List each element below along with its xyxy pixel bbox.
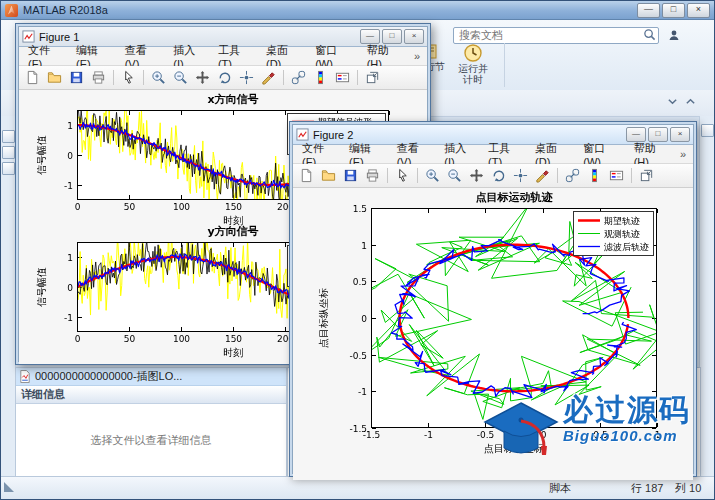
new-doc-icon [299, 168, 314, 183]
rotate-3d-icon [217, 70, 232, 85]
toolbar-separator [417, 168, 418, 183]
cursor-icon [395, 168, 410, 183]
open-folder-icon [47, 70, 62, 85]
zoom-out-button[interactable] [170, 68, 191, 88]
ribbon-collapse-button[interactable] [685, 96, 696, 109]
datacursor-button[interactable] [510, 166, 531, 186]
ribbon-separator [504, 43, 505, 87]
dock-figure-icon [365, 70, 380, 85]
zoom-out-button[interactable] [444, 166, 465, 186]
toolbar-separator [387, 168, 388, 183]
details-panel-header[interactable]: 详细信息 [16, 386, 286, 404]
watermark-name: 必过源码 [563, 393, 691, 427]
search-input[interactable] [453, 27, 659, 44]
rotate-3d-button[interactable] [214, 68, 235, 88]
link-plots-button[interactable] [562, 166, 583, 186]
zoom-out-icon [173, 70, 188, 85]
figure1-toolbar [19, 66, 427, 90]
panel-tab-icon[interactable] [2, 130, 15, 143]
print-icon [365, 168, 380, 183]
brush-icon [535, 168, 550, 183]
watermark-domain: Biguo100.com [563, 427, 691, 444]
colorbar-button[interactable] [584, 166, 605, 186]
current-folder-panel: 0000000000000000-插图LO... 详细信息 选择文件以查看详细信… [15, 367, 287, 479]
legend-button[interactable] [332, 68, 353, 88]
menu-overflow-chevron[interactable]: » [409, 50, 425, 62]
status-line: 行 187 [631, 481, 663, 496]
zoom-out-icon [447, 168, 462, 183]
user-account-icon[interactable] [668, 27, 680, 45]
status-mode: 脚本 [549, 481, 571, 496]
open-folder-button[interactable] [44, 68, 65, 88]
save-icon [343, 168, 358, 183]
file-icon [19, 370, 31, 383]
save-button[interactable] [66, 68, 87, 88]
brush-button[interactable] [532, 166, 553, 186]
dropdown-chevron-icon[interactable] [667, 96, 678, 109]
dock-figure-button[interactable] [362, 68, 383, 88]
status-column: 列 10 [675, 481, 701, 496]
left-panel-strip [1, 116, 16, 479]
new-doc-button[interactable] [22, 68, 43, 88]
rotate-3d-button[interactable] [488, 166, 509, 186]
brush-icon [261, 70, 276, 85]
brush-button[interactable] [258, 68, 279, 88]
datacursor-button[interactable] [236, 68, 257, 88]
datacursor-icon [239, 70, 254, 85]
zoom-in-icon [425, 168, 440, 183]
menu-overflow-chevron[interactable]: » [675, 148, 691, 160]
figure1-menubar: 文件(F)编辑(E)查看(V)插入(I)工具(T)桌面(D)窗口(W)帮助(H)… [19, 47, 427, 66]
maximize-button[interactable]: □ [662, 3, 685, 18]
print-button[interactable] [88, 68, 109, 88]
dock-figure-button[interactable] [636, 166, 657, 186]
toolbar-separator [557, 168, 558, 183]
cursor-button[interactable] [392, 166, 413, 186]
toolbar-separator [143, 70, 144, 85]
save-button[interactable] [340, 166, 361, 186]
datacursor-icon [513, 168, 528, 183]
figure2-toolbar [293, 164, 693, 188]
main-titlebar[interactable]: MATLAB R2018a — □ × [1, 1, 714, 20]
legend-icon [335, 70, 350, 85]
legend-icon [609, 168, 624, 183]
toolbar-separator [283, 70, 284, 85]
main-window-title: MATLAB R2018a [23, 4, 108, 16]
details-placeholder-text: 选择文件以查看详细信息 [16, 404, 286, 476]
selected-file-name: 0000000000000000-插图LO... [35, 369, 182, 384]
open-folder-button[interactable] [318, 166, 339, 186]
pan-icon [195, 70, 210, 85]
run-and-time-button[interactable]: 运行并 计时 [448, 43, 498, 88]
cursor-button[interactable] [118, 68, 139, 88]
close-button[interactable]: × [687, 3, 710, 18]
watermark-logo: 必过源码 Biguo100.com [481, 393, 705, 477]
figure2-menubar: 文件(F)编辑(E)查看(V)插入(I)工具(T)桌面(D)窗口(W)帮助(H)… [293, 145, 693, 164]
selected-file-row[interactable]: 0000000000000000-插图LO... [16, 368, 286, 386]
colorbar-icon [313, 70, 328, 85]
dock-figure-icon [639, 168, 654, 183]
cursor-icon [121, 70, 136, 85]
minimize-button[interactable]: — [637, 3, 660, 18]
save-icon [69, 70, 84, 85]
panel-tab-icon[interactable] [2, 162, 15, 175]
rotate-3d-icon [491, 168, 506, 183]
colorbar-button[interactable] [310, 68, 331, 88]
link-plots-icon [565, 168, 580, 183]
print-button[interactable] [362, 166, 383, 186]
legend-button[interactable] [606, 166, 627, 186]
panel-tab-icon[interactable] [2, 146, 15, 159]
zoom-in-button[interactable] [422, 166, 443, 186]
toolbar-separator [357, 70, 358, 85]
pan-button[interactable] [466, 166, 487, 186]
status-grip-icon [4, 482, 14, 492]
clock-icon [463, 43, 483, 63]
search-icon[interactable] [643, 27, 656, 45]
pan-button[interactable] [192, 68, 213, 88]
open-folder-icon [321, 168, 336, 183]
toolbar-separator [631, 168, 632, 183]
link-plots-button[interactable] [288, 68, 309, 88]
zoom-in-button[interactable] [148, 68, 169, 88]
collapse-panel-button[interactable] [701, 124, 714, 137]
colorbar-icon [587, 168, 602, 183]
new-doc-icon [25, 70, 40, 85]
new-doc-button[interactable] [296, 166, 317, 186]
